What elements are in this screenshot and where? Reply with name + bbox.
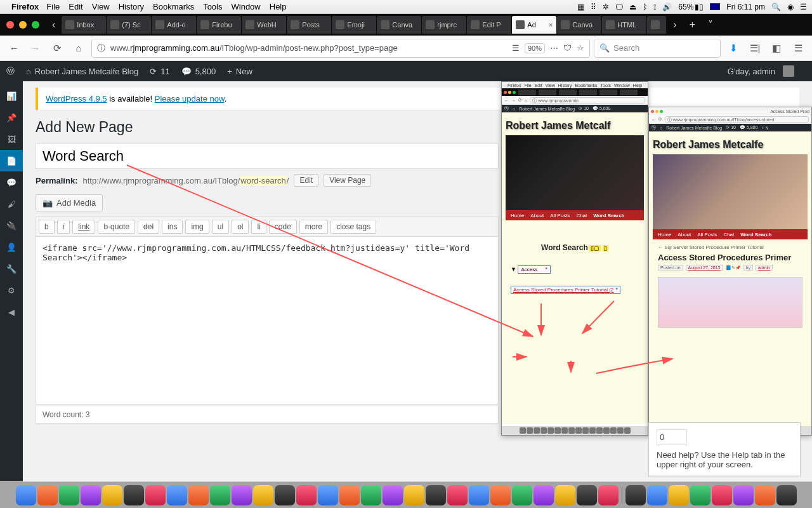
minimize-window-button[interactable] bbox=[19, 21, 27, 29]
status-display-icon[interactable]: 🖵 bbox=[615, 3, 623, 11]
status-bug-icon[interactable]: ✲ bbox=[603, 3, 609, 11]
dock-app[interactable] bbox=[447, 485, 468, 505]
close-tab-icon[interactable]: × bbox=[546, 21, 553, 29]
dock-app[interactable] bbox=[167, 485, 187, 505]
dock-app[interactable] bbox=[318, 485, 338, 505]
qt-closetags[interactable]: close tags bbox=[331, 220, 376, 234]
tab-canvas2[interactable]: Canva bbox=[557, 16, 601, 34]
status-extra-icon[interactable]: ▦ bbox=[577, 3, 584, 11]
order-field[interactable]: 0 bbox=[657, 429, 687, 445]
view-page-button[interactable]: View Page bbox=[324, 174, 371, 187]
site-name-menu[interactable]: ⌂Robert James Metcalfe Blog bbox=[26, 67, 138, 76]
zoom-badge[interactable]: 90% bbox=[525, 43, 545, 53]
tab-rjmprc[interactable]: rjmprc bbox=[422, 16, 466, 34]
bookmark-star-icon[interactable]: ☆ bbox=[577, 43, 584, 53]
qt-ol[interactable]: ol bbox=[232, 220, 249, 234]
menu-tools[interactable]: Tools bbox=[203, 2, 222, 11]
dock-app[interactable] bbox=[469, 485, 489, 505]
qt-more[interactable]: more bbox=[299, 220, 328, 234]
qt-del[interactable]: del bbox=[138, 220, 159, 234]
qt-li[interactable]: li bbox=[251, 220, 266, 234]
spotlight-icon[interactable]: 🔍 bbox=[771, 3, 781, 11]
dock-app[interactable] bbox=[555, 485, 575, 505]
dock-app[interactable] bbox=[712, 485, 732, 505]
app-name[interactable]: Firefox bbox=[11, 2, 39, 11]
dock-app[interactable] bbox=[647, 485, 667, 505]
siri-icon[interactable]: ◉ bbox=[787, 3, 794, 11]
qt-ins[interactable]: ins bbox=[162, 220, 183, 234]
back-button[interactable]: ← bbox=[5, 39, 23, 57]
dock-app[interactable] bbox=[534, 485, 554, 505]
title-input[interactable] bbox=[36, 144, 499, 169]
page-actions-icon[interactable]: ⋯ bbox=[550, 43, 558, 53]
status-airplay-icon[interactable]: ⏏ bbox=[629, 3, 636, 11]
search-bar[interactable]: 🔍 Search bbox=[594, 39, 721, 58]
input-flag-icon[interactable] bbox=[710, 3, 720, 10]
dock-app[interactable] bbox=[339, 485, 360, 505]
dock-app[interactable] bbox=[296, 485, 317, 505]
sidebar-pages-icon[interactable]: 📄 bbox=[0, 150, 23, 171]
info-icon[interactable]: ⓘ bbox=[97, 43, 105, 54]
menu-view[interactable]: View bbox=[92, 2, 110, 11]
dock-app[interactable] bbox=[733, 485, 754, 505]
dock-app[interactable] bbox=[188, 485, 209, 505]
qt-code[interactable]: code bbox=[269, 220, 297, 234]
menu-edit[interactable]: Edit bbox=[69, 2, 82, 11]
tab-webh[interactable]: WebH bbox=[242, 16, 286, 34]
sidebar-comments-icon[interactable]: 💬 bbox=[0, 171, 23, 193]
comments-menu[interactable]: 💬5,800 bbox=[181, 67, 216, 76]
dock-app[interactable] bbox=[145, 485, 166, 505]
dock-app[interactable] bbox=[426, 485, 446, 505]
dock-app[interactable] bbox=[577, 485, 597, 505]
qt-link[interactable]: link bbox=[72, 220, 95, 234]
url-bar[interactable]: ⓘ www.rjmprogramming.com.au/ITblog/wp-ad… bbox=[91, 39, 590, 58]
wp-logo-menu[interactable]: ⓦ bbox=[6, 65, 15, 77]
tracking-shield-icon[interactable]: 🛡 bbox=[563, 43, 572, 53]
downloads-button[interactable]: ⬇ bbox=[724, 39, 742, 57]
sidebars-button[interactable]: ◧ bbox=[768, 39, 785, 57]
reader-mode-icon[interactable]: ☰ bbox=[512, 43, 520, 53]
app-menu-button[interactable]: ☰ bbox=[789, 39, 807, 57]
sidebar-users-icon[interactable]: 👤 bbox=[0, 236, 23, 258]
update-now-link[interactable]: Please update now bbox=[155, 94, 225, 104]
tab-addons[interactable]: Add-o bbox=[152, 16, 196, 34]
dock-app[interactable] bbox=[210, 485, 230, 505]
tab-html[interactable]: HTML bbox=[602, 16, 646, 34]
forward-button[interactable]: → bbox=[27, 39, 44, 57]
tab-scroll-left[interactable]: ‹ bbox=[46, 19, 62, 30]
dock-app[interactable] bbox=[59, 485, 79, 505]
tab-posts[interactable]: Posts bbox=[287, 16, 331, 34]
dock-app[interactable] bbox=[232, 485, 252, 505]
tab-editp[interactable]: Edit P bbox=[467, 16, 511, 34]
zoom-window-button[interactable] bbox=[32, 21, 39, 29]
dock-app[interactable] bbox=[383, 485, 403, 505]
reload-button[interactable]: ⟳ bbox=[48, 39, 66, 57]
volume-icon[interactable]: 🔊 bbox=[662, 3, 672, 11]
tab-linkedin[interactable]: (7) Sc bbox=[107, 16, 151, 34]
dock-trash[interactable] bbox=[776, 485, 797, 505]
menu-window[interactable]: Window bbox=[232, 2, 261, 11]
dock-app[interactable] bbox=[275, 485, 295, 505]
menu-bookmarks[interactable]: Bookmarks bbox=[153, 2, 194, 11]
dock-app[interactable] bbox=[625, 485, 646, 505]
bluetooth-icon[interactable]: ᛒ bbox=[643, 3, 647, 11]
tab-overflow[interactable] bbox=[647, 16, 666, 34]
dock-app[interactable] bbox=[755, 485, 775, 505]
sidebar-collapse-icon[interactable]: ◀ bbox=[0, 301, 23, 323]
menu-help[interactable]: Help bbox=[270, 2, 287, 11]
sidebar-plugins-icon[interactable]: 🔌 bbox=[0, 215, 23, 236]
new-tab-button[interactable]: + bbox=[683, 19, 702, 30]
new-content-menu[interactable]: +New bbox=[227, 67, 252, 76]
dock-app[interactable] bbox=[598, 485, 619, 505]
dock-app[interactable] bbox=[253, 485, 273, 505]
status-dots-icon[interactable]: ⠿ bbox=[591, 3, 596, 11]
menu-history[interactable]: History bbox=[119, 2, 144, 11]
edit-slug-button[interactable]: Edit bbox=[294, 174, 318, 187]
library-button[interactable]: ☰| bbox=[746, 39, 764, 57]
dock-app[interactable] bbox=[102, 485, 122, 505]
tab-scroll-right[interactable]: › bbox=[667, 19, 683, 30]
qt-bold[interactable]: b bbox=[39, 220, 55, 234]
tab-firebug[interactable]: Firebu bbox=[197, 16, 241, 34]
wifi-icon[interactable]: ⟟ bbox=[653, 3, 656, 11]
dock-app[interactable] bbox=[490, 485, 511, 505]
